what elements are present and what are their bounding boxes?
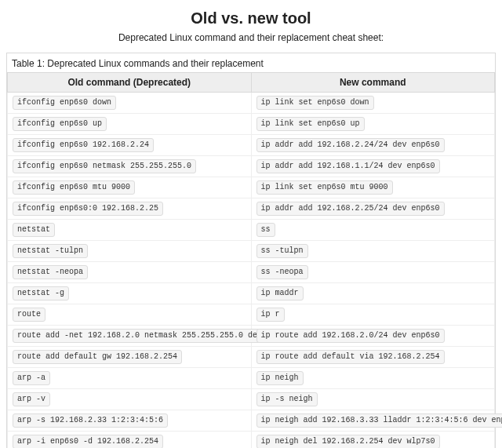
table-row: ifconfig enp6s0 upip link set enp6s0 up [8,114,495,135]
old-command: netstat -tulpn [13,244,88,258]
table-row: ifconfig enp6s0 192.168.2.24ip addr add … [8,135,495,156]
cell-new: ip link set enp6s0 mtu 9000 [251,177,495,199]
old-command: netstat -g [13,286,69,300]
table-container: Table 1: Deprecated Linux commands and t… [6,53,496,448]
cell-new: ip addr add 192.168.1.1/24 dev enp6s0 [251,156,495,177]
table-row: netstat -neopass -neopa [8,262,495,283]
cell-new: ss -tulpn [251,241,495,262]
page-subtitle: Deprecated Linux command and their repla… [6,32,496,43]
cell-new: ip neigh [251,368,495,389]
old-command: ifconfig enp6s0 up [13,117,107,131]
cell-new: ip link set enp6s0 up [251,114,495,135]
new-command: ip -s neigh [256,392,318,406]
table-row: arp -i enp6s0 -d 192.168.2.254ip neigh d… [8,432,495,449]
cell-new: ss [251,220,495,241]
old-command: ifconfig enp6s0 netmask 255.255.255.0 [13,159,196,173]
cell-old: route add default gw 192.168.2.254 [8,347,252,368]
new-command: ip addr add 192.168.2.24/24 dev enp6s0 [256,138,445,152]
cell-old: netstat [8,220,252,241]
cell-new: ip addr add 192.168.2.25/24 dev enp6s0 [251,199,495,220]
page-title: Old vs. new tool [6,9,496,27]
new-command: ip r [256,308,285,322]
old-command: ifconfig enp6s0 mtu 9000 [13,180,135,195]
new-command: ip route add 192.168.2.0/24 dev enp6s0 [256,329,445,343]
cell-old: netstat -g [8,283,252,304]
table-row: routeip r [8,304,495,326]
table-row: arp -vip -s neigh [8,389,495,410]
table-row: ifconfig enp6s0 netmask 255.255.255.0ip … [8,156,495,177]
table-caption: Table 1: Deprecated Linux commands and t… [7,53,495,72]
cell-old: ifconfig enp6s0:0 192.168.2.25 [8,199,252,220]
old-command: arp -s 192.168.2.33 1:2:3:4:5:6 [13,413,168,428]
old-command: netstat -neopa [13,265,88,279]
new-command: ip link set enp6s0 down [256,96,374,110]
old-command: arp -v [13,392,50,406]
cell-old: arp -s 192.168.2.33 1:2:3:4:5:6 [8,410,252,432]
cell-new: ip link set enp6s0 down [251,93,495,114]
new-command: ip addr add 192.168.2.25/24 dev enp6s0 [256,202,445,216]
old-command: arp -i enp6s0 -d 192.168.2.254 [13,435,163,448]
cell-old: route [8,304,252,326]
old-command: netstat [13,223,55,237]
new-command: ss -neopa [256,265,308,279]
new-command: ip neigh del 192.168.2.254 dev wlp7s0 [256,435,440,448]
new-command: ip link set enp6s0 mtu 9000 [256,180,393,195]
cell-old: route add -net 192.168.2.0 netmask 255.2… [8,326,252,347]
cell-new: ip r [251,304,495,326]
new-command: ss [256,223,275,237]
cell-old: arp -v [8,389,252,410]
table-row: netstat -tulpnss -tulpn [8,241,495,262]
table-row: netstatss [8,220,495,241]
cell-old: arp -i enp6s0 -d 192.168.2.254 [8,432,252,449]
old-command: arp -a [13,371,50,385]
table-row: ifconfig enp6s0 downip link set enp6s0 d… [8,93,495,114]
cell-old: ifconfig enp6s0 mtu 9000 [8,177,252,199]
new-command: ss -tulpn [256,244,308,258]
table-row: ifconfig enp6s0:0 192.168.2.25ip addr ad… [8,199,495,220]
old-command: ifconfig enp6s0 down [13,96,116,110]
cell-old: ifconfig enp6s0 up [8,114,252,135]
old-command: route add default gw 192.168.2.254 [13,350,182,364]
table-row: route add -net 192.168.2.0 netmask 255.2… [8,326,495,347]
new-command: ip maddr [256,286,304,300]
cell-old: ifconfig enp6s0 netmask 255.255.255.0 [8,156,252,177]
commands-table: Old command (Deprecated) New command ifc… [7,72,495,448]
new-command: ip link set enp6s0 up [256,117,365,131]
cell-old: ifconfig enp6s0 down [8,93,252,114]
new-command: ip neigh [256,371,304,385]
cell-old: arp -a [8,368,252,389]
cell-new: ip maddr [251,283,495,304]
col-header-old: Old command (Deprecated) [8,73,252,93]
table-row: arp -s 192.168.2.33 1:2:3:4:5:6ip neigh … [8,410,495,432]
table-row: arp -aip neigh [8,368,495,389]
table-row: netstat -gip maddr [8,283,495,304]
cell-new: ip addr add 192.168.2.24/24 dev enp6s0 [251,135,495,156]
cell-new: ip neigh del 192.168.2.254 dev wlp7s0 [251,432,495,449]
cell-old: netstat -tulpn [8,241,252,262]
cell-new: ip route add default via 192.168.2.254 [251,347,495,368]
new-command: ip neigh add 192.168.3.33 lladdr 1:2:3:4… [256,413,503,428]
cell-old: ifconfig enp6s0 192.168.2.24 [8,135,252,156]
table-row: route add default gw 192.168.2.254ip rou… [8,347,495,368]
old-command: ifconfig enp6s0:0 192.168.2.25 [13,202,163,216]
old-command: ifconfig enp6s0 192.168.2.24 [13,138,154,152]
new-command: ip route add default via 192.168.2.254 [256,350,445,364]
cell-old: netstat -neopa [8,262,252,283]
cell-new: ip -s neigh [251,389,495,410]
old-command: route [13,308,45,322]
cell-new: ss -neopa [251,262,495,283]
table-row: ifconfig enp6s0 mtu 9000ip link set enp6… [8,177,495,199]
col-header-new: New command [251,73,495,93]
new-command: ip addr add 192.168.1.1/24 dev enp6s0 [256,159,440,173]
cell-new: ip neigh add 192.168.3.33 lladdr 1:2:3:4… [251,410,495,432]
cell-new: ip route add 192.168.2.0/24 dev enp6s0 [251,326,495,347]
